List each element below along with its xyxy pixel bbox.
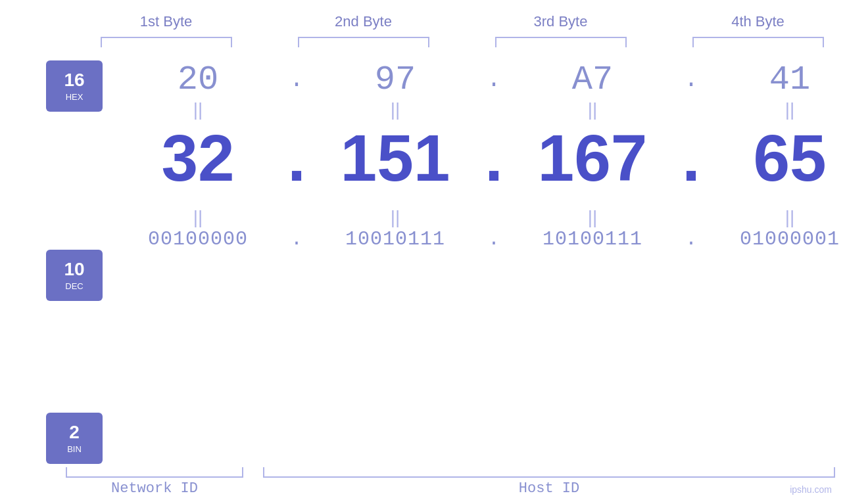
hex-val-4: 41 xyxy=(701,60,845,99)
bin-val-3: 10100111 xyxy=(504,228,681,250)
network-id-label: Network ID xyxy=(66,480,243,497)
equals-row-1: || || || || xyxy=(109,99,845,120)
hex-val-3: A7 xyxy=(504,60,681,99)
bin-base-name: BIN xyxy=(67,444,82,454)
byte-header-2: 2nd Byte xyxy=(275,13,452,30)
top-brackets xyxy=(66,37,845,47)
byte-header-3: 3rd Byte xyxy=(472,13,650,30)
eq1-4: || xyxy=(701,99,845,120)
hex-val-2: 97 xyxy=(306,60,484,99)
eq2-4: || xyxy=(701,207,845,228)
dec-val-2: 151 xyxy=(306,120,484,196)
byte-headers: 1st Byte 2nd Byte 3rd Byte 4th Byte xyxy=(66,13,845,30)
eq2-1: || xyxy=(109,207,287,228)
bin-base-box: 2 BIN xyxy=(46,413,103,464)
eq2-2: || xyxy=(306,207,484,228)
base-labels: 16 HEX 10 DEC 2 BIN xyxy=(46,60,103,464)
dec-val-4: 65 xyxy=(701,120,845,196)
hex-dot-2: . xyxy=(484,66,504,93)
main-container: 1st Byte 2nd Byte 3rd Byte 4th Byte 16 xyxy=(0,0,845,504)
eq1-2: || xyxy=(306,99,484,120)
bracket-host-id xyxy=(263,467,835,478)
host-id-label: Host ID xyxy=(263,480,835,497)
dec-base-name: DEC xyxy=(65,281,83,291)
dec-row: 32 . 151 . 167 . 65 xyxy=(109,120,845,207)
hex-base-box: 16 HEX xyxy=(46,60,103,112)
top-bracket-4 xyxy=(669,37,846,47)
bin-val-2: 10010111 xyxy=(306,228,484,250)
eq1-3: || xyxy=(504,99,681,120)
dec-val-3: 167 xyxy=(504,120,681,196)
content-area: 16 HEX 10 DEC 2 BIN 20 . xyxy=(26,60,819,464)
eq2-3: || xyxy=(504,207,681,228)
dec-base-number: 10 xyxy=(64,260,84,280)
bin-dot-2: . xyxy=(484,228,504,250)
dec-base-box: 10 DEC xyxy=(46,250,103,301)
top-bracket-2 xyxy=(275,37,452,47)
eq1-1: || xyxy=(109,99,287,120)
watermark: ipshu.com xyxy=(790,484,832,495)
bin-dot-3: . xyxy=(681,228,701,250)
bin-val-1: 00100000 xyxy=(109,228,287,250)
values-grid: 20 . 97 . A7 . 41 || || xyxy=(109,60,845,250)
hex-base-name: HEX xyxy=(66,92,84,102)
bottom-labels: Network ID Host ID xyxy=(66,480,835,497)
dec-dot-1: . xyxy=(287,126,306,207)
dec-dot-2: . xyxy=(484,126,504,207)
bottom-section: Network ID Host ID xyxy=(66,467,845,497)
top-bracket-1 xyxy=(78,37,255,47)
bottom-brackets xyxy=(66,467,835,478)
dec-val-1: 32 xyxy=(109,120,287,196)
hex-val-1: 20 xyxy=(109,60,287,99)
bin-row: 00100000 . 10010111 . 10100111 . 0100000… xyxy=(109,228,845,250)
hex-row: 20 . 97 . A7 . 41 xyxy=(109,60,845,99)
bin-base-number: 2 xyxy=(69,423,80,443)
dec-dot-3: . xyxy=(681,126,701,207)
top-bracket-3 xyxy=(472,37,650,47)
hex-dot-1: . xyxy=(287,66,306,93)
byte-header-1: 1st Byte xyxy=(78,13,255,30)
bracket-network-id xyxy=(66,467,243,478)
hex-base-number: 16 xyxy=(64,70,84,91)
equals-row-2: || || || || xyxy=(109,207,845,228)
byte-header-4: 4th Byte xyxy=(669,13,846,30)
hex-dot-3: . xyxy=(681,66,701,93)
bin-dot-1: . xyxy=(287,228,306,250)
bin-val-4: 01000001 xyxy=(701,228,845,250)
